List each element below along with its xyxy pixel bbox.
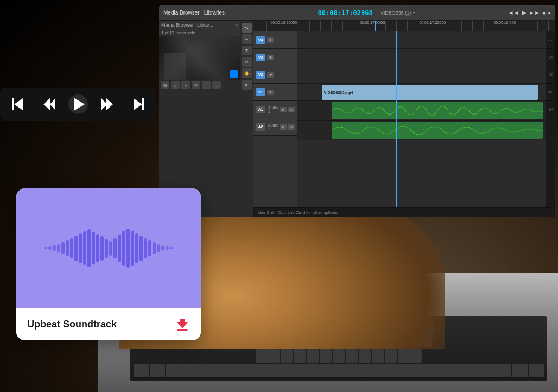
wave-bar-3 <box>57 244 60 252</box>
media-toolbar: ▤ ⌕ ≡ ⊞ ☰ … <box>159 80 240 91</box>
status-bar: Use Shift, Opt, and Cmd for other option… <box>253 207 555 217</box>
wave-bar-25 <box>153 242 156 254</box>
audio-clip-1[interactable] <box>332 102 543 119</box>
v2-visibility[interactable]: 👁 <box>267 72 274 78</box>
track-v3-header: V3 👁 <box>253 49 297 66</box>
v3-track <box>297 49 546 66</box>
media-thumbnail[interactable] <box>159 36 240 80</box>
zoom-tool[interactable]: ⊕ <box>242 80 252 90</box>
libraries-tab-small[interactable]: Librar... <box>197 22 213 28</box>
svg-marker-2 <box>43 98 50 110</box>
a1-solo[interactable]: S <box>288 107 295 112</box>
transport-rewind[interactable]: ◄◄ <box>509 10 519 16</box>
wave-bar-21 <box>135 233 138 263</box>
hand-tool[interactable]: ✋ <box>242 68 252 78</box>
track-a1-header: A1 Audio 1 M S <box>253 101 297 118</box>
track-v2-header: V2 👁 <box>253 66 297 84</box>
editor-top-bar: Media Browser Libraries 00:00:17:02968 V… <box>159 5 555 21</box>
a2-badge: A2 <box>256 123 265 131</box>
svg-rect-0 <box>12 98 14 110</box>
wave-bar-18 <box>122 231 125 266</box>
wave-bar-7 <box>74 236 78 261</box>
wave-bar-26 <box>157 244 160 252</box>
wave-bar-5 <box>66 240 69 256</box>
a2-label: Audio 2 <box>267 123 278 131</box>
media-browser-tab-small[interactable]: Media Browser <box>161 22 194 28</box>
wave-bar-12 <box>96 234 99 262</box>
text-tool[interactable]: T <box>242 46 252 55</box>
track-a2-header: A2 Audio 2 M S <box>253 118 297 136</box>
media-panel-tabs: Media Browser Librar... ≡ <box>159 21 240 29</box>
wave-bar-17 <box>118 235 121 262</box>
wave-bar-24 <box>148 240 151 256</box>
v4-track <box>297 31 546 49</box>
folder-icon[interactable]: ▤ <box>161 81 169 89</box>
music-card-footer: Upbeat Soundtrack <box>16 308 201 340</box>
more-icon[interactable]: … <box>212 81 221 89</box>
pen-tool[interactable]: ✏ <box>242 57 252 67</box>
svg-marker-7 <box>134 98 142 110</box>
v3-badge: V3 <box>256 54 265 61</box>
search-icon-small[interactable]: ⌕ <box>171 81 180 89</box>
music-card-visual <box>16 188 201 308</box>
razor-tool[interactable]: ✂ <box>242 34 252 44</box>
wave-bar-1 <box>48 246 52 250</box>
wave-bar-14 <box>105 239 108 258</box>
track-numbers: -12 -24 -36 -48 -54 <box>546 31 555 207</box>
wave-bar-0 <box>44 247 47 249</box>
transport-stop[interactable]: ■ <box>542 10 545 16</box>
svg-marker-1 <box>14 98 23 110</box>
playback-controls-panel <box>0 88 156 121</box>
video-clip[interactable]: VIDEO0235.mp4 <box>322 85 538 100</box>
media-browser-tab[interactable]: Media Browser <box>163 10 200 16</box>
transport-play[interactable]: ▶ <box>522 9 526 16</box>
wave-bar-28 <box>166 246 169 250</box>
track-content-area: VIDEO0235.mp4 <box>297 31 546 207</box>
selection-tool[interactable]: ↖ <box>242 23 252 33</box>
step-forward-button[interactable] <box>98 94 117 114</box>
svg-marker-4 <box>74 98 85 111</box>
main-timecode: 00:00:17:02968 <box>318 9 373 17</box>
wave-bar-23 <box>144 238 147 258</box>
play-button[interactable] <box>68 94 88 114</box>
wave-bar-10 <box>87 229 91 267</box>
status-text: Use Shift, Opt, and Cmd for other option… <box>258 210 339 215</box>
timeline-section: 00:00:16:22050 00:00:17:00000 00:02:17:2… <box>253 21 555 217</box>
thumbnail-overlay <box>159 36 240 80</box>
v4-visibility[interactable]: 👁 <box>267 37 274 43</box>
v1-track: VIDEO0235.mp4 <box>297 84 546 101</box>
audio-clip-2[interactable] <box>332 122 543 139</box>
thumbnail-badge <box>230 70 238 78</box>
list-icon[interactable]: ☰ <box>202 81 211 89</box>
wave-bar-4 <box>61 242 65 254</box>
wave-bar-8 <box>79 233 82 263</box>
v1-visibility[interactable]: 👁 <box>267 90 274 95</box>
waveform-svg-2 <box>332 122 543 139</box>
clip-label: VIDEO0235.mp4 <box>324 91 353 94</box>
grid-icon[interactable]: ⊞ <box>192 81 200 89</box>
panel-menu-icon[interactable]: ≡ <box>235 22 238 28</box>
wave-bar-19 <box>126 229 130 268</box>
a2-solo[interactable]: S <box>288 124 295 130</box>
a1-mute[interactable]: M <box>280 107 287 112</box>
wave-bar-15 <box>109 241 112 256</box>
svg-rect-8 <box>142 98 144 110</box>
wave-bar-16 <box>113 238 117 258</box>
transport-controls: ◄◄ ▶ ►► ■ ● <box>509 9 551 16</box>
download-button[interactable] <box>175 317 190 332</box>
filter-icon[interactable]: ≡ <box>181 81 190 89</box>
transport-record[interactable]: ● <box>548 10 551 16</box>
music-title: Upbeat Soundtrack <box>27 319 117 330</box>
step-back-button[interactable] <box>39 94 59 114</box>
svg-marker-3 <box>50 98 55 110</box>
go-to-out-point-button[interactable] <box>127 94 147 114</box>
v4-badge: V4 <box>256 36 265 44</box>
waveform-display <box>44 226 173 270</box>
transport-ff[interactable]: ►► <box>529 10 540 16</box>
libraries-tab[interactable]: Libraries <box>204 10 225 16</box>
items-count: 1 of 17 items sele... <box>159 29 240 36</box>
v3-visibility[interactable]: 👁 <box>267 55 274 60</box>
media-browser-panel: Media Browser Librar... ≡ 1 of 17 items … <box>159 21 240 217</box>
a2-mute[interactable]: M <box>280 124 287 130</box>
go-to-in-point-button[interactable] <box>10 94 29 114</box>
